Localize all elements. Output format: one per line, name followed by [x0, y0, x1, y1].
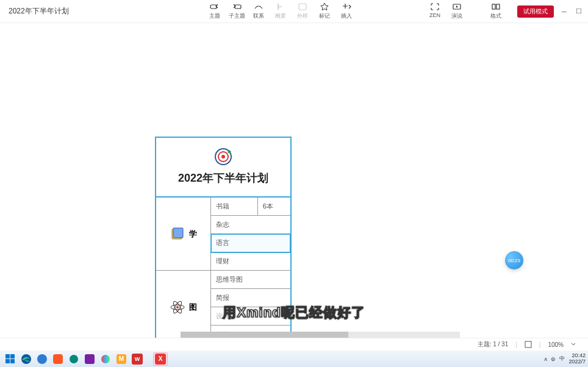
topic-icon: [210, 2, 220, 11]
maximize-button[interactable]: ☐: [575, 7, 583, 16]
mm-cell[interactable]: 思维导图: [211, 271, 290, 288]
svg-point-14: [176, 306, 179, 308]
marker-icon: [320, 2, 329, 11]
mm-row[interactable]: 杂志: [211, 216, 290, 234]
zoom-level[interactable]: 100%: [548, 341, 564, 348]
insert-button[interactable]: 插入: [336, 2, 357, 20]
svg-rect-2: [299, 4, 306, 10]
svg-rect-0: [210, 5, 217, 9]
zen-button[interactable]: ZEN: [425, 2, 445, 20]
tray-chevron-icon[interactable]: ᴧ: [544, 356, 547, 362]
horizontal-scrollbar[interactable]: [181, 332, 460, 338]
tool-label: 格式: [490, 12, 501, 20]
subtopic-button[interactable]: 子主题: [226, 2, 247, 20]
mindmap-header[interactable]: 2022年下半年计划: [156, 138, 290, 198]
book-icon: [170, 226, 185, 242]
mm-row-selected[interactable]: 语言: [211, 234, 290, 252]
system-tray[interactable]: ᴧ ⊚ 中 20:42 2022/7: [544, 351, 586, 367]
svg-rect-16: [5, 354, 10, 358]
mm-cell[interactable]: 语言: [211, 234, 290, 252]
scrollbar-thumb[interactable]: [181, 332, 348, 338]
xmind-taskbar-icon[interactable]: X: [153, 352, 168, 366]
start-button[interactable]: [3, 352, 18, 366]
section-study[interactable]: 学: [156, 198, 210, 271]
mm-row[interactable]: 思维导图: [211, 271, 290, 289]
mindmap-title[interactable]: 2022年下半年计划: [178, 171, 268, 185]
app-icon-purple[interactable]: [82, 352, 97, 366]
toolbar-right: ZEN 演说 格式 试用模式 ─ ☐: [425, 2, 583, 20]
clock[interactable]: 20:42 2022/7: [568, 353, 586, 365]
pitch-icon: [452, 2, 462, 11]
mm-cell[interactable]: 杂志: [211, 216, 290, 233]
mm-row[interactable]: 理财: [211, 252, 290, 271]
target-icon: [213, 146, 234, 167]
boundary-button[interactable]: 外框: [292, 2, 313, 20]
pitch-button[interactable]: 演说: [446, 2, 467, 20]
boundary-icon: [298, 2, 307, 11]
svg-point-21: [37, 354, 47, 364]
recording-timer[interactable]: 00:23: [505, 251, 523, 269]
wps-icon[interactable]: W: [130, 352, 145, 366]
zen-icon: [430, 2, 440, 11]
windows-taskbar[interactable]: M W X ᴧ ⊚ 中 20:42 2022/7: [0, 351, 588, 367]
app-icon-m[interactable]: M: [114, 352, 129, 366]
tool-label: 主题: [209, 12, 220, 20]
topic-button[interactable]: 主题: [204, 2, 225, 20]
tool-label: 联系: [253, 12, 264, 20]
relation-icon: [254, 2, 264, 11]
toolbar: 主题 子主题 联系 概要 外框 标记 插入: [204, 2, 357, 20]
section-label: 学: [189, 229, 197, 240]
chevron-down-icon[interactable]: [571, 342, 576, 347]
relation-button[interactable]: 联系: [248, 2, 269, 20]
svg-rect-1: [235, 5, 241, 9]
mm-cell[interactable]: 6本: [258, 198, 290, 215]
topic-count: 主题: 1 / 31: [478, 340, 509, 349]
insert-icon: [342, 2, 351, 11]
mm-cell[interactable]: 理财: [211, 252, 290, 270]
zoom-fit-icon[interactable]: [525, 341, 532, 348]
mm-cell[interactable]: 书籍: [211, 198, 258, 215]
subtopic-icon: [232, 2, 242, 11]
mm-row[interactable]: 书籍 6本: [211, 198, 290, 216]
tool-label: 插入: [341, 12, 352, 20]
tool-label: 子主题: [229, 12, 245, 20]
app-icon-rainbow[interactable]: [98, 352, 113, 366]
svg-rect-10: [173, 228, 183, 238]
summary-button[interactable]: 概要: [270, 2, 291, 20]
titlebar: 2022年下半年计划 主题 子主题 联系 概要 外框 标记 插入: [0, 0, 588, 23]
status-bar: 主题: 1 / 31 | | 100%: [0, 338, 588, 351]
edge-legacy-icon[interactable]: [35, 352, 49, 366]
tool-label: 演说: [451, 12, 462, 20]
app-icon-orange[interactable]: [51, 352, 65, 366]
marker-button[interactable]: 标记: [314, 2, 335, 20]
tool-label: 外框: [297, 12, 308, 20]
tool-label: 标记: [319, 12, 330, 20]
summary-icon: [276, 2, 285, 11]
section-label: 图: [189, 302, 197, 313]
svg-rect-15: [525, 341, 531, 347]
tool-label: 概要: [275, 12, 286, 20]
wifi-icon[interactable]: ⊚: [551, 356, 556, 362]
svg-rect-5: [497, 4, 500, 9]
svg-point-23: [101, 355, 110, 363]
svg-point-22: [70, 355, 78, 363]
ime-indicator[interactable]: 中: [559, 355, 565, 363]
section-diagram[interactable]: 图: [156, 271, 210, 338]
minimize-button[interactable]: ─: [560, 7, 568, 16]
trial-mode-button[interactable]: 试用模式: [517, 5, 554, 18]
svg-point-8: [221, 155, 225, 159]
canvas[interactable]: 2022年下半年计划 学 图 书籍 6本 杂志 语言 理财: [0, 23, 588, 338]
edge-icon[interactable]: [19, 352, 34, 366]
video-caption: 用Xmind呢已经做好了: [223, 304, 365, 322]
tool-label: ZEN: [429, 12, 440, 18]
format-button[interactable]: 格式: [486, 2, 506, 20]
document-title: 2022年下半年计划: [5, 6, 69, 16]
svg-rect-18: [5, 359, 10, 363]
svg-rect-4: [492, 4, 495, 9]
svg-rect-19: [10, 359, 15, 363]
format-icon: [491, 2, 501, 11]
atom-icon: [170, 299, 185, 315]
mindmap-sections-column: 学 图: [156, 198, 211, 338]
app-icon-teal[interactable]: [66, 352, 81, 366]
svg-rect-17: [10, 354, 15, 358]
